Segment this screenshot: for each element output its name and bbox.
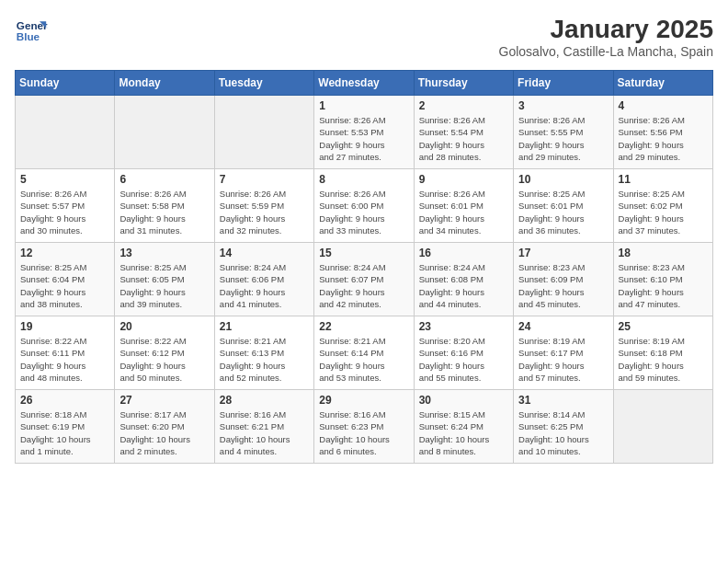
calendar-cell: 11Sunrise: 8:25 AM Sunset: 6:02 PM Dayli… (613, 169, 712, 243)
calendar-cell (613, 390, 712, 464)
day-number: 18 (619, 247, 708, 259)
weekday-header-thursday: Thursday (414, 71, 513, 96)
calendar-cell: 22Sunrise: 8:21 AM Sunset: 6:14 PM Dayli… (314, 316, 414, 390)
day-info: Sunrise: 8:16 AM Sunset: 6:21 PM Dayligh… (220, 408, 309, 457)
weekday-header-monday: Monday (115, 71, 214, 96)
calendar-cell: 18Sunrise: 8:23 AM Sunset: 6:10 PM Dayli… (613, 243, 712, 316)
day-number: 6 (119, 173, 209, 186)
day-number: 16 (419, 247, 508, 259)
logo: General Blue (15, 15, 48, 48)
calendar-cell: 23Sunrise: 8:20 AM Sunset: 6:16 PM Dayli… (414, 316, 513, 390)
day-number: 20 (119, 320, 209, 333)
calendar-cell: 16Sunrise: 8:24 AM Sunset: 6:08 PM Dayli… (414, 243, 513, 316)
title-block: January 2025 Golosalvo, Castille-La Manc… (499, 15, 713, 59)
day-number: 24 (518, 320, 608, 333)
calendar-week-5: 26Sunrise: 8:18 AM Sunset: 6:19 PM Dayli… (16, 390, 713, 464)
calendar-cell (16, 96, 115, 169)
day-number: 1 (319, 99, 408, 112)
day-info: Sunrise: 8:24 AM Sunset: 6:07 PM Dayligh… (319, 261, 408, 310)
calendar-cell: 31Sunrise: 8:14 AM Sunset: 6:25 PM Dayli… (514, 390, 613, 464)
day-number: 17 (518, 247, 608, 259)
day-number: 22 (319, 320, 408, 333)
calendar-table: SundayMondayTuesdayWednesdayThursdayFrid… (15, 70, 713, 464)
day-info: Sunrise: 8:26 AM Sunset: 5:59 PM Dayligh… (220, 188, 309, 236)
calendar-cell: 3Sunrise: 8:26 AM Sunset: 5:55 PM Daylig… (514, 96, 613, 169)
calendar-cell: 25Sunrise: 8:19 AM Sunset: 6:18 PM Dayli… (613, 316, 712, 390)
calendar-cell: 5Sunrise: 8:26 AM Sunset: 5:57 PM Daylig… (16, 169, 115, 243)
day-info: Sunrise: 8:17 AM Sunset: 6:20 PM Dayligh… (119, 408, 209, 457)
day-info: Sunrise: 8:18 AM Sunset: 6:19 PM Dayligh… (20, 408, 109, 457)
calendar-cell: 10Sunrise: 8:25 AM Sunset: 6:01 PM Dayli… (514, 169, 613, 243)
day-number: 26 (20, 394, 109, 407)
day-number: 3 (518, 99, 608, 112)
day-info: Sunrise: 8:22 AM Sunset: 6:11 PM Dayligh… (20, 335, 109, 384)
calendar-cell: 29Sunrise: 8:16 AM Sunset: 6:23 PM Dayli… (314, 390, 414, 464)
day-info: Sunrise: 8:24 AM Sunset: 6:06 PM Dayligh… (220, 261, 309, 310)
day-info: Sunrise: 8:26 AM Sunset: 5:58 PM Dayligh… (119, 188, 209, 236)
day-number: 7 (220, 173, 309, 186)
day-number: 12 (20, 247, 109, 259)
calendar-cell: 7Sunrise: 8:26 AM Sunset: 5:59 PM Daylig… (214, 169, 313, 243)
weekday-header-tuesday: Tuesday (214, 71, 313, 96)
calendar-cell: 26Sunrise: 8:18 AM Sunset: 6:19 PM Dayli… (16, 390, 115, 464)
day-info: Sunrise: 8:26 AM Sunset: 5:55 PM Dayligh… (518, 114, 608, 163)
day-info: Sunrise: 8:23 AM Sunset: 6:10 PM Dayligh… (619, 261, 708, 310)
day-info: Sunrise: 8:25 AM Sunset: 6:05 PM Dayligh… (119, 261, 209, 310)
weekday-header-row: SundayMondayTuesdayWednesdayThursdayFrid… (16, 71, 713, 96)
day-info: Sunrise: 8:25 AM Sunset: 6:02 PM Dayligh… (619, 188, 708, 236)
calendar-cell: 13Sunrise: 8:25 AM Sunset: 6:05 PM Dayli… (115, 243, 214, 316)
calendar-week-3: 12Sunrise: 8:25 AM Sunset: 6:04 PM Dayli… (16, 243, 713, 316)
day-number: 2 (419, 99, 508, 112)
calendar-cell (214, 96, 313, 169)
svg-text:Blue: Blue (17, 30, 40, 42)
day-number: 31 (518, 394, 608, 407)
day-number: 25 (619, 320, 708, 333)
calendar-cell: 21Sunrise: 8:21 AM Sunset: 6:13 PM Dayli… (214, 316, 313, 390)
day-info: Sunrise: 8:21 AM Sunset: 6:13 PM Dayligh… (220, 335, 309, 384)
calendar-header: SundayMondayTuesdayWednesdayThursdayFrid… (16, 71, 713, 96)
day-info: Sunrise: 8:25 AM Sunset: 6:01 PM Dayligh… (518, 188, 608, 236)
calendar-cell: 4Sunrise: 8:26 AM Sunset: 5:56 PM Daylig… (613, 96, 712, 169)
page-header: General Blue January 2025 Golosalvo, Cas… (15, 15, 713, 59)
weekday-header-friday: Friday (514, 71, 613, 96)
calendar-cell: 28Sunrise: 8:16 AM Sunset: 6:21 PM Dayli… (214, 390, 313, 464)
calendar-cell: 24Sunrise: 8:19 AM Sunset: 6:17 PM Dayli… (514, 316, 613, 390)
day-info: Sunrise: 8:25 AM Sunset: 6:04 PM Dayligh… (20, 261, 109, 310)
day-number: 30 (419, 394, 508, 407)
day-info: Sunrise: 8:26 AM Sunset: 5:54 PM Dayligh… (419, 114, 508, 163)
calendar-cell: 19Sunrise: 8:22 AM Sunset: 6:11 PM Dayli… (16, 316, 115, 390)
day-number: 14 (220, 247, 309, 259)
day-number: 19 (20, 320, 109, 333)
day-number: 5 (20, 173, 109, 186)
day-info: Sunrise: 8:21 AM Sunset: 6:14 PM Dayligh… (319, 335, 408, 384)
logo-icon: General Blue (15, 15, 48, 48)
day-info: Sunrise: 8:26 AM Sunset: 5:57 PM Dayligh… (20, 188, 109, 236)
day-number: 8 (319, 173, 408, 186)
calendar-cell: 17Sunrise: 8:23 AM Sunset: 6:09 PM Dayli… (514, 243, 613, 316)
day-info: Sunrise: 8:20 AM Sunset: 6:16 PM Dayligh… (419, 335, 508, 384)
calendar-subtitle: Golosalvo, Castille-La Mancha, Spain (499, 44, 713, 59)
calendar-cell: 1Sunrise: 8:26 AM Sunset: 5:53 PM Daylig… (314, 96, 414, 169)
calendar-cell: 30Sunrise: 8:15 AM Sunset: 6:24 PM Dayli… (414, 390, 513, 464)
calendar-cell: 20Sunrise: 8:22 AM Sunset: 6:12 PM Dayli… (115, 316, 214, 390)
calendar-cell (115, 96, 214, 169)
calendar-cell: 15Sunrise: 8:24 AM Sunset: 6:07 PM Dayli… (314, 243, 414, 316)
calendar-body: 1Sunrise: 8:26 AM Sunset: 5:53 PM Daylig… (16, 96, 713, 464)
day-info: Sunrise: 8:16 AM Sunset: 6:23 PM Dayligh… (319, 408, 408, 457)
day-info: Sunrise: 8:19 AM Sunset: 6:18 PM Dayligh… (619, 335, 708, 384)
day-number: 28 (220, 394, 309, 407)
calendar-week-4: 19Sunrise: 8:22 AM Sunset: 6:11 PM Dayli… (16, 316, 713, 390)
day-number: 29 (319, 394, 408, 407)
day-info: Sunrise: 8:26 AM Sunset: 6:01 PM Dayligh… (419, 188, 508, 236)
day-info: Sunrise: 8:26 AM Sunset: 5:56 PM Dayligh… (619, 114, 708, 163)
day-info: Sunrise: 8:19 AM Sunset: 6:17 PM Dayligh… (518, 335, 608, 384)
calendar-cell: 12Sunrise: 8:25 AM Sunset: 6:04 PM Dayli… (16, 243, 115, 316)
day-number: 27 (119, 394, 209, 407)
day-info: Sunrise: 8:14 AM Sunset: 6:25 PM Dayligh… (518, 408, 608, 457)
calendar-title: January 2025 (499, 15, 713, 44)
calendar-cell: 8Sunrise: 8:26 AM Sunset: 6:00 PM Daylig… (314, 169, 414, 243)
day-info: Sunrise: 8:26 AM Sunset: 5:53 PM Dayligh… (319, 114, 408, 163)
day-info: Sunrise: 8:26 AM Sunset: 6:00 PM Dayligh… (319, 188, 408, 236)
day-number: 11 (619, 173, 708, 186)
day-info: Sunrise: 8:23 AM Sunset: 6:09 PM Dayligh… (518, 261, 608, 310)
